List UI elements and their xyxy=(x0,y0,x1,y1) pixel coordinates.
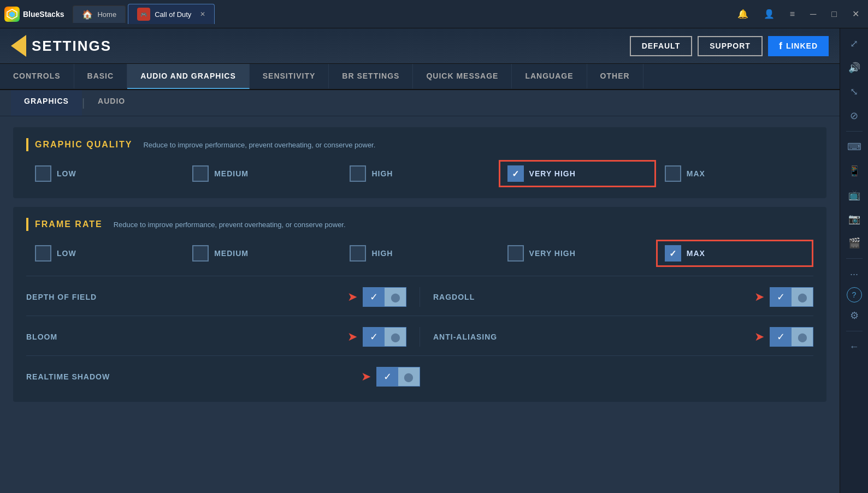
sidebar-volume-icon[interactable]: 🔊 xyxy=(843,57,865,79)
toggle-off-icon[interactable]: ⬤ xyxy=(385,288,406,306)
minimize-button[interactable]: ─ xyxy=(806,7,820,21)
tab-other[interactable]: OTHER xyxy=(587,64,643,89)
quality-label-high: HIGH xyxy=(371,169,393,178)
subtabs-bar: GRAPHICS | AUDIO xyxy=(0,90,840,116)
game-tab-close[interactable]: ✕ xyxy=(200,10,205,18)
frame-rate-checkbox-max[interactable] xyxy=(665,245,681,262)
quality-option-low[interactable]: LOW xyxy=(26,160,184,187)
tabs-bar: CONTROLS BASIC AUDIO AND GRAPHICS SENSIT… xyxy=(0,64,840,90)
tab-br-settings[interactable]: BR SETTINGS xyxy=(329,64,413,89)
subtab-audio[interactable]: AUDIO xyxy=(85,90,138,116)
bloom-toggle-off-icon[interactable]: ⬤ xyxy=(385,328,406,346)
depth-of-field-toggle[interactable]: ✓ ⬤ xyxy=(363,287,406,307)
toggle-item-depth-of-field: DEPTH OF FIELD ➤ ✓ ⬤ xyxy=(26,283,406,311)
anti-aliasing-arrow-icon: ➤ xyxy=(754,330,764,344)
frame-rate-option-low[interactable]: LOW xyxy=(26,240,184,267)
frame-rate-header: FRAME RATE Reduce to improve performance… xyxy=(26,218,813,231)
sidebar-sep-1 xyxy=(846,131,863,132)
app-logo: BlueStacks xyxy=(4,7,64,22)
ragdoll-toggle-on-icon[interactable]: ✓ xyxy=(770,288,792,306)
tab-quick-message[interactable]: QUICK MESSAGE xyxy=(413,64,512,89)
sidebar-expand-icon[interactable]: ⤢ xyxy=(843,33,865,55)
quality-checkbox-low[interactable] xyxy=(35,165,51,182)
anti-aliasing-toggle[interactable]: ✓ ⬤ xyxy=(770,327,813,347)
toggle-row2-separator xyxy=(420,327,420,347)
maximize-button[interactable]: □ xyxy=(827,7,841,21)
tab-language[interactable]: LANGUAGE xyxy=(512,64,587,89)
sidebar-mobile-icon[interactable]: 📱 xyxy=(843,160,865,182)
quality-checkbox-very-high[interactable] xyxy=(507,165,524,182)
anti-aliasing-toggle-off-icon[interactable]: ⬤ xyxy=(792,328,813,346)
frame-rate-checkbox-very-high[interactable] xyxy=(507,245,524,262)
quality-checkbox-max[interactable] xyxy=(665,165,681,182)
depth-of-field-label: DEPTH OF FIELD xyxy=(26,293,347,301)
close-button[interactable]: ✕ xyxy=(848,7,864,21)
default-button[interactable]: DEFAULT xyxy=(630,36,693,56)
support-button[interactable]: SUPPORT xyxy=(698,36,763,56)
toggle-item-ragdoll: RAGDOLL ➤ ✓ ⬤ xyxy=(433,283,813,311)
frame-rate-option-medium[interactable]: MEDIUM xyxy=(184,240,341,267)
quality-option-max[interactable]: MAX xyxy=(656,160,813,187)
tab-controls[interactable]: CONTROLS xyxy=(0,64,74,89)
sidebar-camera-icon[interactable]: 📷 xyxy=(843,208,865,230)
frame-rate-option-high[interactable]: HIGH xyxy=(341,240,498,267)
ragdoll-toggle-off-icon[interactable]: ⬤ xyxy=(792,288,813,306)
quality-option-high[interactable]: HIGH xyxy=(341,160,498,187)
toggle-row-1: DEPTH OF FIELD ➤ ✓ ⬤ RAGDOLL ➤ xyxy=(26,276,813,311)
ragdoll-toggle[interactable]: ✓ ⬤ xyxy=(770,287,813,307)
sidebar-help-icon[interactable]: ? xyxy=(847,287,862,302)
sidebar-back-icon[interactable]: ← xyxy=(843,336,865,358)
svg-marker-1 xyxy=(9,11,15,17)
frame-rate-checkbox-high[interactable] xyxy=(350,245,366,262)
bloom-toggle[interactable]: ✓ ⬤ xyxy=(363,327,406,347)
right-sidebar: ⤢ 🔊 ⤡ ⊘ ⌨ 📱 📺 📷 🎬 ··· ? ⚙ ← xyxy=(840,28,868,493)
home-tab-label: Home xyxy=(97,10,116,19)
linked-button[interactable]: f LINKED xyxy=(768,36,829,56)
menu-icon[interactable]: ≡ xyxy=(786,7,799,21)
realtime-shadow-toggle-on-icon[interactable]: ✓ xyxy=(377,367,398,386)
bloom-label: BLOOM xyxy=(26,332,347,341)
sidebar-video-icon[interactable]: 🎬 xyxy=(843,232,865,254)
frame-rate-option-max[interactable]: MAX xyxy=(656,240,813,267)
subtab-graphics[interactable]: GRAPHICS xyxy=(11,90,82,116)
quality-option-very-high[interactable]: VERY HIGH xyxy=(499,160,656,187)
settings-title: SETTINGS xyxy=(32,38,111,55)
account-icon[interactable]: 👤 xyxy=(759,7,779,21)
toggle-row-3: REALTIME SHADOW ➤ ✓ ⬤ xyxy=(26,355,813,391)
frame-rate-checkbox-low[interactable] xyxy=(35,245,51,262)
quality-checkbox-medium[interactable] xyxy=(192,165,209,182)
quality-option-medium[interactable]: MEDIUM xyxy=(184,160,341,187)
frame-rate-desc: Reduce to improve performance, prevent o… xyxy=(114,221,346,229)
frame-rate-label-very-high: VERY HIGH xyxy=(529,249,576,258)
notification-icon[interactable]: 🔔 xyxy=(733,7,753,21)
settings-logo: SETTINGS xyxy=(11,35,111,57)
realtime-shadow-arrow-icon: ➤ xyxy=(361,370,371,384)
frame-rate-checkbox-medium[interactable] xyxy=(192,245,209,262)
sidebar-tv-icon[interactable]: 📺 xyxy=(843,184,865,206)
sidebar-resize-icon[interactable]: ⤡ xyxy=(843,81,865,103)
sidebar-keyboard-icon[interactable]: ⌨ xyxy=(843,136,865,158)
game-tab[interactable]: 🎮 Call of Duty ✕ xyxy=(128,4,215,24)
bloom-toggle-on-icon[interactable]: ✓ xyxy=(363,328,385,346)
sidebar-settings-icon[interactable]: ⚙ xyxy=(843,305,865,326)
ragdoll-arrow-icon: ➤ xyxy=(754,290,764,304)
tab-sensitivity[interactable]: SENSITIVITY xyxy=(250,64,329,89)
home-tab[interactable]: 🏠 Home xyxy=(73,5,126,23)
tab-basic[interactable]: BASIC xyxy=(74,64,128,89)
realtime-shadow-toggle[interactable]: ✓ ⬤ xyxy=(376,367,420,387)
main-layout: SETTINGS DEFAULT SUPPORT f LINKED CONTRO… xyxy=(0,28,868,493)
graphic-quality-title: GRAPHIC QUALITY xyxy=(35,140,132,150)
settings-arrow-icon xyxy=(11,35,26,57)
frame-rate-label-low: LOW xyxy=(57,249,76,258)
tab-audio-graphics[interactable]: AUDIO AND GRAPHICS xyxy=(127,64,250,89)
frame-rate-option-very-high[interactable]: VERY HIGH xyxy=(499,240,656,267)
depth-of-field-arrow-icon: ➤ xyxy=(347,290,357,304)
frame-rate-label-medium: MEDIUM xyxy=(214,249,249,258)
quality-label-low: LOW xyxy=(57,169,76,178)
anti-aliasing-toggle-on-icon[interactable]: ✓ xyxy=(770,328,792,346)
realtime-shadow-toggle-off-icon[interactable]: ⬤ xyxy=(398,367,420,386)
sidebar-no-entry-icon[interactable]: ⊘ xyxy=(843,105,865,127)
toggle-on-icon[interactable]: ✓ xyxy=(363,288,385,306)
sidebar-more-icon[interactable]: ··· xyxy=(843,263,865,285)
quality-checkbox-high[interactable] xyxy=(350,165,366,182)
